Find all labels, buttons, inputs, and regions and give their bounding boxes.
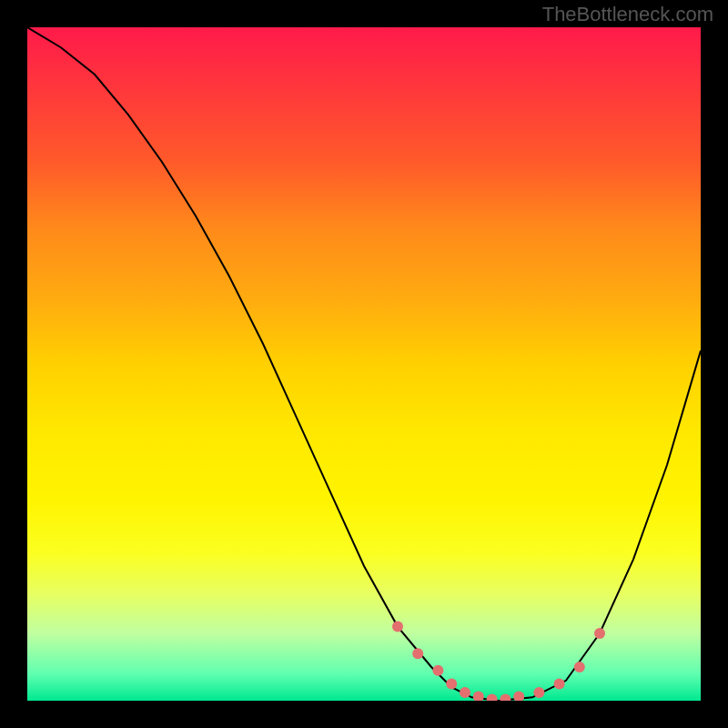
watermark-text: TheBottleneck.com [542, 3, 713, 26]
curve-line [27, 27, 701, 701]
marker-point [554, 679, 565, 690]
marker-point [533, 687, 544, 698]
marker-point [432, 665, 443, 676]
marker-point [487, 694, 498, 702]
chart-svg [27, 27, 701, 701]
marker-point [392, 622, 403, 632]
marker-point [574, 662, 585, 672]
marker-point [500, 694, 511, 702]
curve-markers [392, 622, 605, 701]
chart-plot-area [27, 27, 701, 701]
marker-point [460, 687, 470, 698]
marker-point [473, 692, 484, 701]
marker-point [446, 679, 457, 690]
marker-point [594, 628, 605, 639]
marker-point [412, 648, 423, 659]
marker-point [513, 692, 524, 701]
